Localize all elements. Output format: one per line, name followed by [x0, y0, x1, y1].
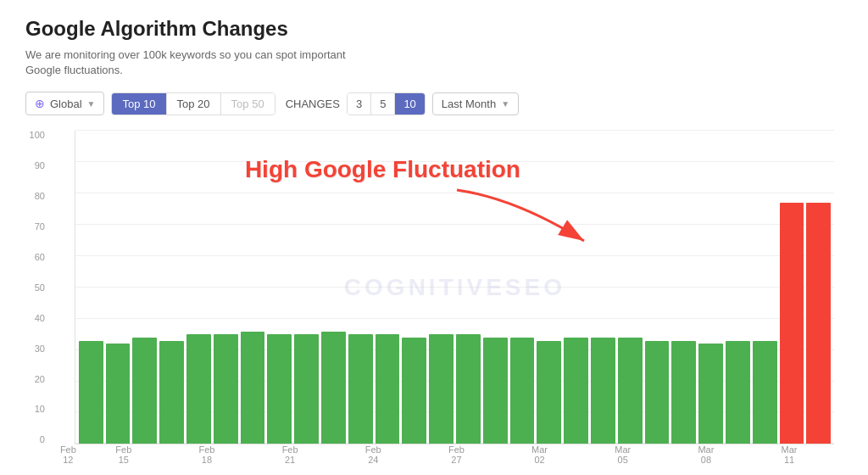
y-label: 0 [25, 435, 49, 444]
bars-area [75, 131, 834, 444]
x-label [165, 444, 193, 465]
chart-container: COGNITIVESEO High Google Fluctuation [75, 131, 834, 444]
bar [348, 334, 373, 444]
x-label [220, 444, 248, 465]
x-label: Feb 12 [54, 444, 82, 465]
bar [564, 338, 588, 444]
dropdown-arrow: ▼ [87, 99, 96, 109]
bar [241, 332, 265, 444]
bar [753, 341, 777, 444]
x-label [303, 444, 331, 465]
changes-3-button[interactable]: 3 [348, 93, 371, 115]
bar [186, 334, 211, 444]
bar [483, 338, 508, 444]
bar [132, 338, 157, 444]
bar [591, 338, 615, 444]
changes-num-group: 3 5 10 [347, 92, 426, 115]
x-label: Mar 02 [526, 444, 554, 465]
x-label [665, 444, 693, 465]
bar [159, 341, 184, 444]
x-label [82, 444, 110, 465]
bar [402, 338, 426, 444]
x-label: Feb 24 [359, 444, 387, 465]
bar [698, 344, 723, 444]
y-label: 70 [25, 222, 49, 232]
top50-button[interactable]: Top 50 [221, 93, 275, 115]
x-label [748, 444, 776, 465]
page-title: Google Algorithm Changes [25, 17, 843, 41]
bar [294, 334, 319, 444]
bar [806, 203, 831, 444]
bar [726, 341, 750, 444]
x-label: Mar 11 [776, 444, 804, 465]
changes-label: CHANGES [286, 98, 340, 110]
y-label: 100 [25, 131, 49, 140]
period-arrow: ▼ [501, 99, 509, 109]
bar [106, 344, 131, 444]
global-dropdown[interactable]: ⊕ Global ▼ [25, 92, 104, 115]
y-label: 30 [25, 344, 49, 354]
x-label: Feb 18 [193, 444, 221, 465]
bar [671, 341, 696, 444]
chart-wrapper: 0102030405060708090100 COGNITIVESEO High… [25, 131, 843, 444]
period-dropdown[interactable]: Last Month ▼ [432, 92, 519, 115]
x-label [554, 444, 581, 465]
bar [79, 341, 103, 444]
bar [456, 334, 481, 444]
x-label [387, 444, 415, 465]
changes-10-button[interactable]: 10 [395, 93, 424, 115]
bar [537, 341, 561, 444]
y-label: 10 [25, 405, 49, 414]
y-axis: 0102030405060708090100 [25, 131, 49, 444]
top20-button[interactable]: Top 20 [167, 93, 221, 115]
controls-bar: ⊕ Global ▼ Top 10 Top 20 Top 50 CHANGES … [25, 92, 843, 115]
x-label [470, 444, 498, 465]
x-label: Feb 21 [276, 444, 304, 465]
x-label [720, 444, 748, 465]
y-label: 20 [25, 375, 49, 384]
bar [510, 338, 535, 444]
x-label: Feb 27 [442, 444, 470, 465]
x-label [248, 444, 276, 465]
x-label: Mar 05 [609, 444, 637, 465]
top10-button[interactable]: Top 10 [112, 93, 166, 115]
x-label [803, 444, 831, 465]
y-label: 50 [25, 283, 49, 293]
x-label [498, 444, 526, 465]
x-label [331, 444, 359, 465]
bar [267, 334, 292, 444]
x-label [637, 444, 665, 465]
x-axis: Feb 12Feb 15Feb 18Feb 21Feb 24Feb 27Mar … [51, 444, 834, 465]
bar [429, 334, 453, 444]
bar [321, 332, 346, 444]
bar [645, 341, 670, 444]
x-label: Mar 08 [693, 444, 721, 465]
page-subtitle: We are monitoring over 100k keywords so … [25, 48, 348, 78]
x-label [581, 444, 609, 465]
changes-5-button[interactable]: 5 [371, 93, 395, 115]
global-label: Global [50, 98, 82, 110]
y-label: 90 [25, 161, 49, 170]
y-label: 40 [25, 314, 49, 323]
bar [780, 203, 804, 444]
globe-icon: ⊕ [35, 97, 45, 110]
y-label: 80 [25, 192, 49, 201]
x-label: Feb 15 [109, 444, 137, 465]
period-label: Last Month [442, 98, 496, 110]
x-label [137, 444, 165, 465]
top-button-group: Top 10 Top 20 Top 50 [111, 92, 275, 115]
bar [214, 334, 238, 444]
bar [376, 334, 400, 444]
x-label [415, 444, 442, 465]
bar [618, 338, 643, 444]
y-label: 60 [25, 253, 49, 262]
